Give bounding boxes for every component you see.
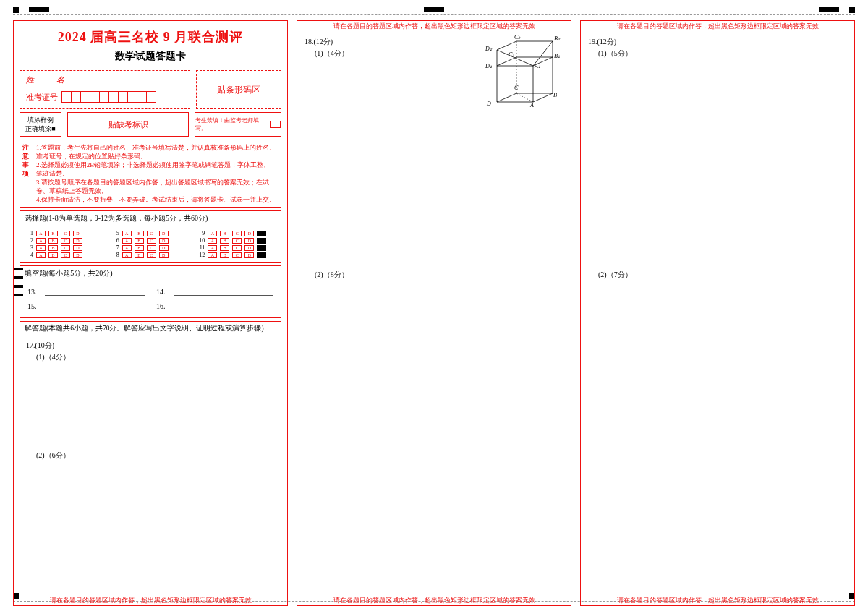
mc-number: 9 bbox=[196, 230, 205, 236]
svg-line-0 bbox=[516, 93, 533, 102]
mc-bubble[interactable]: B bbox=[220, 252, 229, 258]
mc-bubble[interactable]: B bbox=[135, 231, 144, 236]
absent-mark-box[interactable]: 贴缺考标识 bbox=[67, 112, 189, 137]
mc-bubble[interactable]: C bbox=[147, 252, 156, 258]
mc-row[interactable]: 4ABCD bbox=[25, 252, 105, 258]
q17-body[interactable]: 17.(10分) (1)（4分） (2)（6分） bbox=[20, 336, 281, 595]
mc-bubble[interactable]: D bbox=[159, 231, 169, 236]
mc-number: 4 bbox=[25, 252, 33, 258]
notice-line: 2.选择题必须使用2B铅笔填涂；非选择题必须使用签字笔或钢笔答题；字体工整、笔迹… bbox=[36, 161, 276, 178]
mc-bubble[interactable]: C bbox=[61, 231, 70, 236]
header-warning: 请在各题目的答题区域内作答，超出黑色矩形边框限定区域的答案无效 bbox=[581, 21, 854, 31]
q17-part1: (1)（4分） bbox=[36, 352, 275, 362]
mc-bubble[interactable]: B bbox=[220, 238, 229, 244]
fillin-header: 填空题(每小题5分，共20分) bbox=[20, 266, 281, 281]
reg-mark bbox=[29, 7, 49, 12]
mc-row[interactable]: 3ABCD bbox=[25, 244, 105, 251]
timing-mark bbox=[257, 245, 266, 251]
id-boxes[interactable] bbox=[62, 91, 156, 103]
mc-bubble[interactable]: A bbox=[122, 231, 132, 236]
free-response-q17: 解答题(本题共6小题，共70分。解答应写出文字说明、证明过程或演算步骤) 17.… bbox=[20, 321, 281, 595]
mc-bubble[interactable]: C bbox=[147, 231, 156, 236]
mc-row[interactable]: 2ABCD bbox=[25, 237, 105, 244]
mc-row[interactable]: 6ABCD bbox=[111, 237, 191, 244]
mc-bubble[interactable]: D bbox=[73, 252, 82, 258]
mc-bubble[interactable]: B bbox=[48, 245, 58, 251]
mc-grid[interactable]: 1ABCD2ABCD3ABCD4ABCD5ABCD6ABCD7ABCD8ABCD… bbox=[20, 226, 281, 262]
mc-bubble[interactable]: A bbox=[208, 252, 217, 258]
mc-bubble[interactable]: A bbox=[36, 245, 46, 251]
q19-title: 19.(12分) bbox=[588, 37, 848, 47]
mc-bubble[interactable]: C bbox=[61, 245, 70, 251]
mc-bubble[interactable]: A bbox=[36, 238, 46, 244]
invigilator-sign-text: 考生禁填！由监考老师填写。 bbox=[195, 116, 268, 132]
mc-bubble[interactable]: D bbox=[73, 231, 82, 236]
mc-bubble[interactable]: B bbox=[135, 245, 144, 251]
reg-mark bbox=[819, 7, 839, 12]
mc-bubble[interactable]: B bbox=[48, 238, 58, 244]
mc-bubble[interactable]: D bbox=[73, 245, 82, 251]
mc-bubble[interactable]: D bbox=[244, 252, 254, 258]
mc-row[interactable]: 12ABCD bbox=[196, 252, 276, 258]
mc-bubble[interactable]: C bbox=[232, 245, 242, 251]
mc-bubble[interactable]: A bbox=[122, 245, 132, 251]
candidate-info-box: 姓 名 准考证号 bbox=[20, 70, 190, 109]
mc-bubble[interactable]: A bbox=[36, 252, 46, 258]
mc-row[interactable]: 9ABCD bbox=[196, 230, 276, 236]
notice-line: 1.答题前，考生先将自己的姓名、准考证号填写清楚，并认真核准条形码上的姓名、准考… bbox=[36, 143, 276, 161]
mc-bubble[interactable]: D bbox=[244, 238, 254, 244]
mc-bubble[interactable]: A bbox=[122, 252, 132, 258]
prism-label: B₁ bbox=[554, 53, 560, 59]
prism-label: D bbox=[487, 101, 491, 107]
mc-bubble[interactable]: B bbox=[48, 252, 58, 258]
mc-block: 选择题(1-8为单选题，9-12为多选题，每小题5分，共60分) 1ABCD2A… bbox=[20, 210, 281, 263]
fillin-line[interactable]: 15. bbox=[27, 300, 145, 310]
mc-bubble[interactable]: B bbox=[48, 231, 58, 236]
mc-row[interactable]: 8ABCD bbox=[111, 252, 191, 258]
fillin-line[interactable]: 16. bbox=[156, 300, 273, 310]
prism-label: A₁ bbox=[535, 63, 540, 69]
mc-bubble[interactable]: B bbox=[135, 238, 144, 244]
exam-subtitle: 数学试题答题卡 bbox=[20, 50, 281, 63]
mc-bubble[interactable]: C bbox=[61, 252, 70, 258]
reg-mark bbox=[849, 7, 855, 13]
mc-bubble[interactable]: A bbox=[208, 231, 217, 236]
mc-row[interactable]: 5ABCD bbox=[111, 230, 191, 236]
reg-mark bbox=[13, 7, 19, 13]
mc-bubble[interactable]: C bbox=[147, 245, 156, 251]
fillin-line[interactable]: 13. bbox=[27, 286, 145, 296]
mc-bubble[interactable]: B bbox=[220, 231, 229, 236]
mc-bubble[interactable]: D bbox=[159, 238, 169, 244]
q19-body[interactable]: 19.(12分) (1)（5分） (2)（7分） bbox=[581, 31, 854, 595]
mc-bubble[interactable]: A bbox=[36, 231, 46, 236]
mc-row[interactable]: 1ABCD bbox=[25, 230, 105, 236]
mc-bubble[interactable]: A bbox=[208, 238, 217, 244]
mc-bubble[interactable]: D bbox=[244, 245, 254, 251]
prism-label: C bbox=[514, 85, 518, 91]
mc-bubble[interactable]: D bbox=[73, 238, 82, 244]
mc-bubble[interactable]: C bbox=[232, 252, 242, 258]
mc-bubble[interactable]: A bbox=[208, 245, 217, 251]
mc-bubble[interactable]: A bbox=[122, 238, 132, 244]
id-label: 准考证号 bbox=[26, 92, 58, 103]
mc-bubble[interactable]: B bbox=[220, 245, 229, 251]
mc-bubble[interactable]: D bbox=[159, 252, 169, 258]
fillin-line[interactable]: 14. bbox=[156, 286, 273, 296]
prism-label: B₂ bbox=[554, 35, 560, 42]
mc-row[interactable]: 7ABCD bbox=[111, 244, 191, 251]
q18-body[interactable]: 18.(12分) (1)（4分） (2)（8分） bbox=[297, 31, 571, 595]
panel-info: 2024 届高三名校 9 月联合测评 数学试题答题卡 姓 名 准考证号 贴条形码… bbox=[13, 20, 288, 606]
mc-bubble[interactable]: D bbox=[159, 245, 169, 251]
answer-sheet: 2024 届高三名校 9 月联合测评 数学试题答题卡 姓 名 准考证号 贴条形码… bbox=[0, 0, 868, 606]
mc-bubble[interactable]: C bbox=[232, 238, 242, 244]
mc-number: 5 bbox=[111, 230, 119, 236]
barcode-area[interactable]: 贴条形码区 bbox=[196, 70, 281, 109]
mc-row[interactable]: 10ABCD bbox=[196, 237, 276, 244]
mc-bubble[interactable]: D bbox=[244, 231, 254, 236]
mc-bubble[interactable]: C bbox=[232, 231, 242, 236]
invigilator-checkbox[interactable] bbox=[270, 121, 281, 128]
mc-bubble[interactable]: B bbox=[135, 252, 144, 258]
mc-bubble[interactable]: C bbox=[61, 238, 70, 244]
mc-row[interactable]: 11ABCD bbox=[196, 244, 276, 251]
mc-bubble[interactable]: C bbox=[147, 238, 156, 244]
